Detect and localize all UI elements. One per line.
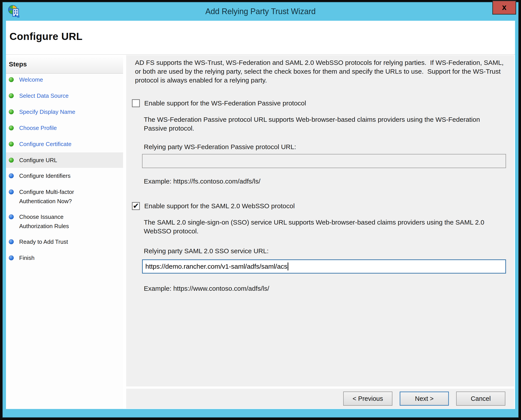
wsfed-url-input (142, 154, 506, 168)
window-title: Add Relying Party Trust Wizard (3, 2, 518, 21)
saml-url-label: Relying party SAML 2.0 SSO service URL: (144, 247, 269, 255)
step-configure-mfa: Configure Multi-factor Authentication No… (6, 187, 123, 206)
step-upcoming-bullet-icon (9, 239, 14, 244)
page-title: Configure URL (9, 30, 82, 42)
step-ready-to-add-trust: Ready to Add Trust (6, 237, 123, 247)
wsfed-example-text: Example: https://fs.contoso.com/adfs/ls/ (144, 177, 260, 186)
title-bar: Add Relying Party Trust Wizard (3, 2, 518, 21)
wsfed-checkbox-row: Enable support for the WS-Federation Pas… (132, 99, 306, 108)
page-header: Configure URL (6, 21, 515, 55)
step-done-bullet-icon (9, 142, 14, 146)
step-configure-identifiers: Configure Identifiers (6, 171, 123, 181)
step-done-bullet-icon (9, 126, 14, 130)
wsfed-checkbox[interactable] (132, 99, 140, 107)
step-upcoming-bullet-icon (9, 173, 14, 178)
saml-checkbox-label: Enable support for the SAML 2.0 WebSSO p… (144, 202, 295, 210)
step-upcoming-bullet-icon (9, 255, 14, 260)
step-specify-display-name[interactable]: Specify Display Name (6, 107, 123, 117)
step-configure-url: Configure URL (6, 152, 123, 168)
steps-list: Welcome Select Data Source Specify Displ… (6, 75, 123, 263)
wsfed-description: The WS-Federation Passive protocol URL s… (144, 115, 488, 133)
dialog-body: Configure URL Steps Welcome Select Data … (6, 21, 515, 409)
step-choose-issuance-rules: Choose Issuance Authorization Rules (6, 212, 123, 231)
cancel-button[interactable]: Cancel (456, 391, 505, 406)
previous-button[interactable]: < Previous (343, 391, 392, 406)
saml-sso-url-input[interactable]: https://demo.rancher.com/v1-saml/adfs/sa… (142, 259, 506, 274)
step-done-bullet-icon (9, 77, 14, 82)
wsfed-checkbox-label: Enable support for the WS-Federation Pas… (144, 99, 306, 108)
saml-example-text: Example: https://www.contoso.com/adfs/ls… (144, 284, 269, 293)
saml-checkbox[interactable] (132, 202, 140, 210)
button-bar: < Previous Next > Cancel (126, 389, 514, 409)
wsfed-url-label: Relying party WS-Federation Passive prot… (144, 142, 296, 151)
wizard-dialog: Add Relying Party Trust Wizard Configure… (2, 2, 519, 418)
steps-header: Steps (6, 55, 123, 74)
text-cursor (288, 262, 288, 270)
step-welcome[interactable]: Welcome (6, 75, 123, 85)
next-button[interactable]: Next > (400, 391, 449, 406)
step-done-bullet-icon (9, 93, 14, 98)
step-finish: Finish (6, 253, 123, 263)
step-choose-profile[interactable]: Choose Profile (6, 123, 123, 133)
step-upcoming-bullet-icon (9, 189, 14, 194)
saml-checkbox-row: Enable support for the SAML 2.0 WebSSO p… (132, 202, 295, 210)
step-done-bullet-icon (9, 109, 14, 114)
steps-sidebar: Steps Welcome Select Data Source Specify… (6, 55, 123, 409)
step-done-bullet-icon (9, 158, 14, 163)
step-configure-certificate[interactable]: Configure Certificate (6, 139, 123, 149)
intro-text: AD FS supports the WS-Trust, WS-Federati… (135, 58, 510, 85)
saml-description: The SAML 2.0 single-sign-on (SSO) servic… (144, 218, 488, 236)
content-pane: AD FS supports the WS-Trust, WS-Federati… (126, 55, 514, 386)
step-select-data-source[interactable]: Select Data Source (6, 91, 123, 101)
step-upcoming-bullet-icon (9, 214, 14, 219)
close-button[interactable]: x (492, 0, 516, 15)
